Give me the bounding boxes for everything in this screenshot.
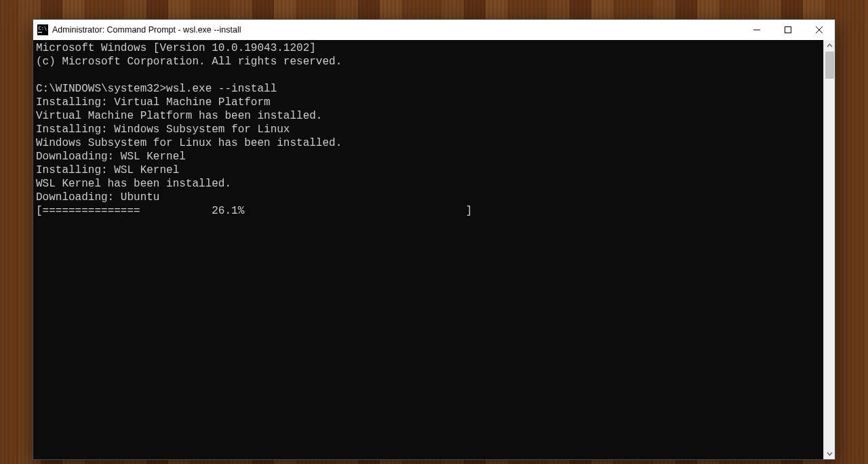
progress-percent: 26.1%: [212, 205, 244, 217]
output-line: Virtual Machine Platform has been instal…: [36, 109, 823, 123]
scrollbar-down-button[interactable]: [824, 448, 835, 459]
progress-open-bracket: [: [36, 205, 43, 217]
cmd-window: C:\ Administrator: Command Prompt - wsl.…: [33, 19, 835, 460]
maximize-button[interactable]: [772, 20, 804, 40]
progress-close-bracket: ]: [466, 205, 473, 217]
progress-gap: [140, 205, 212, 217]
progress-line: [=============== 26.1% ]: [36, 204, 823, 218]
copyright-line: (c) Microsoft Corporation. All rights re…: [36, 55, 823, 69]
progress-rest: [244, 205, 465, 217]
progress-fill: ===============: [43, 205, 140, 217]
terminal-area: Microsoft Windows [Version 10.0.19043.12…: [33, 40, 835, 459]
output-line: Windows Subsystem for Linux has been ins…: [36, 136, 823, 150]
command-text: wsl.exe --install: [166, 83, 277, 95]
close-button[interactable]: [804, 20, 835, 40]
window-controls: [741, 20, 835, 40]
maximize-icon: [785, 26, 791, 33]
output-line: Downloading: WSL Kernel: [36, 150, 823, 163]
cmd-icon: C:\: [37, 24, 48, 35]
output-line: Installing: Virtual Machine Platform: [36, 96, 823, 109]
version-line: Microsoft Windows [Version 10.0.19043.12…: [36, 41, 823, 55]
output-line: WSL Kernel has been installed.: [36, 177, 823, 191]
prompt: C:\WINDOWS\system32>: [36, 83, 166, 95]
minimize-button[interactable]: [741, 20, 772, 40]
svg-rect-2: [38, 32, 42, 33]
minimize-icon: [753, 26, 760, 33]
scrollbar-up-button[interactable]: [824, 40, 835, 52]
output-line: Installing: WSL Kernel: [36, 163, 823, 177]
window-title: Administrator: Command Prompt - wsl.exe …: [52, 25, 241, 35]
chevron-up-icon: [827, 43, 833, 49]
scrollbar[interactable]: [823, 40, 835, 459]
scrollbar-thumb[interactable]: [825, 52, 834, 79]
prompt-line: C:\WINDOWS\system32>wsl.exe --install: [36, 82, 823, 96]
blank-line: [36, 69, 823, 82]
svg-text:C:\: C:\: [39, 26, 47, 31]
terminal[interactable]: Microsoft Windows [Version 10.0.19043.12…: [33, 40, 823, 459]
output-line: Downloading: Ubuntu: [36, 191, 823, 204]
output-line: Installing: Windows Subsystem for Linux: [36, 123, 823, 136]
svg-rect-3: [785, 27, 791, 33]
chevron-down-icon: [827, 450, 833, 457]
titlebar[interactable]: C:\ Administrator: Command Prompt - wsl.…: [33, 20, 835, 40]
close-icon: [816, 26, 823, 33]
